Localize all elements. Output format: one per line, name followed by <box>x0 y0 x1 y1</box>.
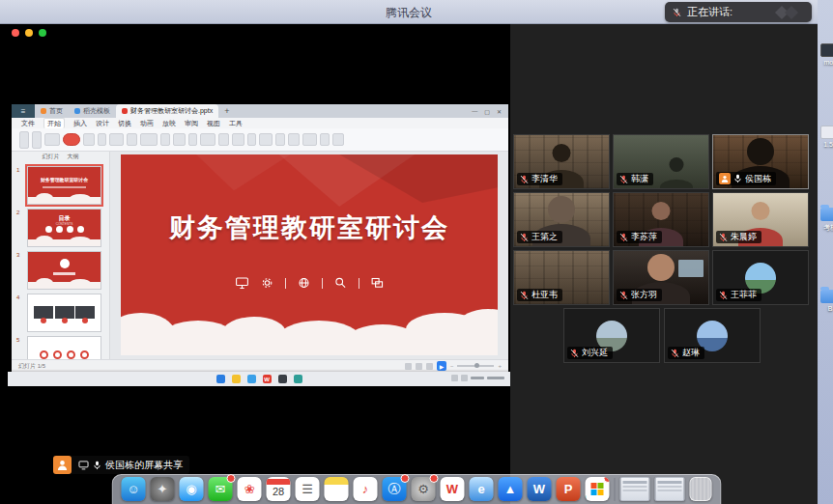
messages-icon[interactable]: ✉ <box>209 477 233 501</box>
safari-icon[interactable]: ◉ <box>180 477 204 501</box>
ribbon-button-13[interactable] <box>218 133 229 146</box>
slide-thumbnail-2[interactable]: 目录CONTENTS <box>27 209 101 247</box>
word-icon[interactable]: W <box>528 477 552 501</box>
view-sorter-icon[interactable] <box>416 363 422 370</box>
menu-item-4[interactable]: 切换 <box>118 119 131 128</box>
ribbon-button-5[interactable] <box>98 133 106 146</box>
participant-tile-1[interactable]: 李清华 <box>513 134 610 189</box>
ribbon-button-6[interactable] <box>109 133 124 146</box>
notes-icon[interactable] <box>325 477 349 501</box>
wps-control[interactable]: — <box>472 108 477 114</box>
participant-tile-11[interactable]: 赵琳 <box>664 308 761 363</box>
tab-document[interactable]: 财务管理教研室研讨会.pptx <box>116 104 218 118</box>
panel-tab-slides[interactable]: 幻灯片 <box>43 153 60 161</box>
participant-tile-7[interactable]: 杜亚韦 <box>513 250 610 305</box>
ribbon-button-16[interactable] <box>259 133 273 146</box>
reminders-icon[interactable]: ☰ <box>296 477 320 501</box>
ribbon-button-7[interactable] <box>127 133 137 146</box>
launchpad-icon[interactable]: ✦ <box>151 477 175 501</box>
desktop-icon-4[interactable]: B <box>816 290 833 312</box>
participant-tile-3[interactable]: 侯国栋 <box>712 134 809 189</box>
participant-tile-4[interactable]: 王第之 <box>513 192 610 247</box>
slide-thumbnail-4[interactable] <box>27 294 101 332</box>
music-icon[interactable]: ♪ <box>354 477 378 501</box>
menu-item-5[interactable]: 动画 <box>140 119 154 128</box>
tab-home[interactable]: 首页 <box>35 104 69 118</box>
taskbar-teal-app-icon[interactable] <box>294 375 302 383</box>
ribbon-button-0[interactable] <box>19 131 29 149</box>
ribbon-button-18[interactable] <box>288 133 300 146</box>
wps-control[interactable]: ▢ <box>484 108 490 115</box>
ribbon-button-8[interactable] <box>140 133 158 146</box>
ribbon-button-14[interactable] <box>232 133 244 146</box>
new-tab-button[interactable]: + <box>218 104 235 118</box>
ribbon-button-2[interactable] <box>44 133 60 146</box>
cards-icon <box>370 276 385 290</box>
participant-tile-5[interactable]: 李苏萍 <box>613 192 709 247</box>
ribbon-button-3[interactable] <box>63 133 80 146</box>
wps-window-controls[interactable]: —▢✕ <box>465 104 508 118</box>
desktop-icon-2[interactable]: 1.52 <box>816 126 833 148</box>
photos-icon[interactable]: ❀ <box>238 477 262 501</box>
ribbon-button-17[interactable] <box>275 133 285 146</box>
trash-icon[interactable] <box>690 477 712 501</box>
wps-control[interactable]: ✕ <box>497 108 502 115</box>
taskbar-browser-icon[interactable] <box>247 375 256 383</box>
wps-logo-icon[interactable]: ≡ <box>12 104 35 118</box>
taskbar-start-icon[interactable] <box>216 375 225 383</box>
ribbon-button-1[interactable] <box>32 131 42 149</box>
view-normal-icon[interactable] <box>405 363 412 370</box>
participant-tile-9[interactable]: 王菲菲 <box>712 250 809 305</box>
menu-item-8[interactable]: 视图 <box>207 119 220 128</box>
logo-diamonds-icon <box>775 6 804 19</box>
ribbon-button-4[interactable] <box>83 133 95 146</box>
ms-autoupdate-icon[interactable]: ↓ <box>586 477 610 501</box>
slide-thumbnail-1[interactable]: 财务管理教研室研讨会 <box>27 166 101 205</box>
zoom-button[interactable] <box>39 29 46 37</box>
menu-item-7[interactable]: 审阅 <box>185 119 198 128</box>
taskbar-explorer-icon[interactable] <box>232 375 241 383</box>
menu-item-0[interactable]: 文件 <box>21 119 35 128</box>
minimize-button[interactable] <box>25 29 33 37</box>
ribbon-button-9[interactable] <box>160 133 170 146</box>
system-preferences-icon[interactable]: ⚙ <box>412 477 436 501</box>
panel-tab-outline[interactable]: 大纲 <box>68 153 79 161</box>
menu-item-1[interactable]: 开始 <box>43 118 65 128</box>
window-thumbnail-1-icon[interactable] <box>620 477 650 501</box>
menu-item-2[interactable]: 插入 <box>73 119 87 128</box>
ribbon-button-20[interactable] <box>320 133 330 146</box>
browser-e-icon[interactable]: e <box>470 477 494 501</box>
ribbon-button-10[interactable] <box>173 133 186 146</box>
tencent-meeting-icon[interactable]: ▲ <box>499 477 523 501</box>
participant-tile-8[interactable]: 张方羽 <box>613 250 709 305</box>
menu-item-9[interactable]: 工具 <box>229 119 243 128</box>
powerpoint-icon[interactable]: P <box>557 477 581 501</box>
desktop-icon-3[interactable]: 考核 <box>816 208 833 233</box>
wps-office-icon[interactable]: W <box>441 477 465 501</box>
ribbon-button-11[interactable] <box>188 133 197 146</box>
calendar-icon[interactable]: 28 <box>267 477 291 501</box>
close-button[interactable] <box>12 29 19 37</box>
menu-item-3[interactable]: 设计 <box>96 119 109 128</box>
menu-item-6[interactable]: 放映 <box>162 119 176 128</box>
notification-badge <box>430 474 439 483</box>
taskbar-wps-icon[interactable]: W <box>263 375 272 383</box>
app-store-icon[interactable]: Ⓐ <box>383 477 407 501</box>
participant-tile-2[interactable]: 韩潇 <box>613 134 709 189</box>
window-thumbnail-2-icon[interactable] <box>655 477 685 501</box>
slide-thumbnail-3[interactable] <box>27 251 101 290</box>
taskbar-dark-app-icon[interactable] <box>278 375 287 383</box>
ribbon-button-21[interactable] <box>332 133 344 146</box>
ribbon-button-15[interactable] <box>247 133 256 146</box>
tab-store[interactable]: 稻壳模板 <box>69 104 116 118</box>
ribbon-button-12[interactable] <box>200 133 215 146</box>
participant-tile-6[interactable]: 朱晨婷 <box>712 192 809 247</box>
slide-thumbnail-5[interactable] <box>27 336 101 359</box>
desktop-icon-1[interactable]: mov <box>816 43 833 66</box>
zoom-slider[interactable] <box>457 365 494 367</box>
view-read-icon[interactable] <box>426 363 433 370</box>
ribbon-button-19[interactable] <box>302 133 317 146</box>
play-slideshow-button[interactable]: ▶ <box>437 361 446 371</box>
finder-icon[interactable]: ☺ <box>122 477 146 501</box>
participant-tile-10[interactable]: 刘兴延 <box>563 308 660 363</box>
